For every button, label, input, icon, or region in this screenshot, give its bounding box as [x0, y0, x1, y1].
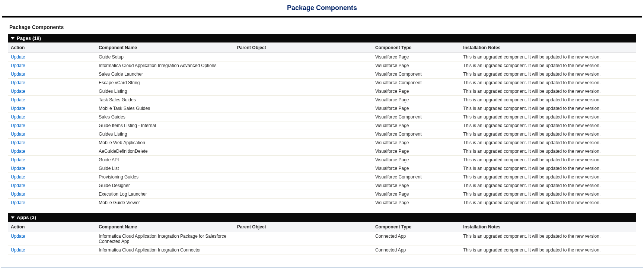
cell-component-name: Mobile Web Application: [96, 139, 234, 147]
update-link[interactable]: Update: [11, 247, 25, 253]
page-title: Package Components: [1, 1, 643, 16]
scroll-area[interactable]: Package Components Pages (18) Action Com…: [2, 16, 642, 267]
update-link[interactable]: Update: [11, 149, 25, 154]
update-link[interactable]: Update: [11, 114, 25, 120]
cell-install-notes: This is an upgraded component. It will b…: [460, 53, 636, 61]
table-row: UpdateExecution Log LauncherVisualforce …: [8, 190, 636, 199]
cell-install-notes: This is an upgraded component. It will b…: [460, 70, 636, 79]
update-link[interactable]: Update: [11, 54, 25, 60]
cell-install-notes: This is an upgraded component. It will b…: [460, 173, 636, 181]
update-link[interactable]: Update: [11, 140, 25, 145]
cell-component-type: Visualforce Page: [372, 53, 460, 61]
cell-action: Update: [8, 232, 96, 246]
cell-component-name: Task Sales Guides: [96, 96, 234, 104]
cell-component-type: Visualforce Page: [372, 96, 460, 104]
cell-action: Update: [8, 70, 96, 79]
update-link[interactable]: Update: [11, 234, 25, 239]
cell-component-name: Mobile Task Sales Guides: [96, 104, 234, 113]
cell-action: Update: [8, 199, 96, 207]
cell-parent-object: [234, 79, 372, 87]
cell-install-notes: This is an upgraded component. It will b…: [460, 79, 636, 87]
cell-component-type: Visualforce Page: [372, 87, 460, 96]
update-link[interactable]: Update: [11, 183, 25, 188]
update-link[interactable]: Update: [11, 123, 25, 128]
cell-install-notes: This is an upgraded component. It will b…: [460, 104, 636, 113]
cell-action: Update: [8, 96, 96, 104]
cell-install-notes: This is an upgraded component. It will b…: [460, 246, 636, 254]
update-link[interactable]: Update: [11, 106, 25, 111]
update-link[interactable]: Update: [11, 97, 25, 102]
cell-component-type: Visualforce Page: [372, 164, 460, 173]
cell-action: Update: [8, 164, 96, 173]
cell-action: Update: [8, 79, 96, 87]
update-link[interactable]: Update: [11, 63, 25, 68]
cell-component-type: Visualforce Page: [372, 199, 460, 207]
cell-component-name: Guide Designer: [96, 181, 234, 190]
cell-component-type: Visualforce Page: [372, 139, 460, 147]
cell-component-name: Provisioning Guides: [96, 173, 234, 181]
cell-component-name: Guides Listing: [96, 130, 234, 139]
cell-component-type: Visualforce Page: [372, 156, 460, 164]
update-link[interactable]: Update: [11, 200, 25, 205]
section-header-apps[interactable]: Apps (3): [8, 213, 636, 222]
cell-action: Update: [8, 87, 96, 96]
cell-component-type: Visualforce Page: [372, 190, 460, 199]
apps-table: Action Component Name Parent Object Comp…: [8, 222, 636, 254]
col-install-notes: Installation Notes: [460, 43, 636, 53]
panel-title: Package Components: [8, 22, 636, 34]
cell-install-notes: This is an upgraded component. It will b…: [460, 156, 636, 164]
cell-action: Update: [8, 181, 96, 190]
cell-install-notes: This is an upgraded component. It will b…: [460, 113, 636, 121]
col-parent-object: Parent Object: [234, 222, 372, 232]
cell-component-name: Escape vCard String: [96, 79, 234, 87]
cell-install-notes: This is an upgraded component. It will b…: [460, 130, 636, 139]
update-link[interactable]: Update: [11, 166, 25, 171]
cell-install-notes: This is an upgraded component. It will b…: [460, 121, 636, 130]
cell-parent-object: [234, 113, 372, 121]
caret-down-icon: [11, 216, 15, 219]
cell-parent-object: [234, 156, 372, 164]
cell-action: Update: [8, 61, 96, 70]
update-link[interactable]: Update: [11, 192, 25, 197]
table-row: UpdateGuides ListingVisualforce Componen…: [8, 130, 636, 139]
cell-install-notes: This is an upgraded component. It will b…: [460, 61, 636, 70]
table-row: UpdateGuide APIVisualforce PageThis is a…: [8, 156, 636, 164]
table-row: UpdateMobile Task Sales GuidesVisualforc…: [8, 104, 636, 113]
cell-component-type: Connected App: [372, 246, 460, 254]
cell-component-type: Visualforce Component: [372, 70, 460, 79]
cell-component-name: Guide API: [96, 156, 234, 164]
update-link[interactable]: Update: [11, 157, 25, 162]
cell-parent-object: [234, 139, 372, 147]
cell-action: Update: [8, 104, 96, 113]
cell-install-notes: This is an upgraded component. It will b…: [460, 164, 636, 173]
cell-install-notes: This is an upgraded component. It will b…: [460, 199, 636, 207]
cell-component-name: Mobile Guide Viewer: [96, 199, 234, 207]
cell-install-notes: This is an upgraded component. It will b…: [460, 190, 636, 199]
update-link[interactable]: Update: [11, 89, 25, 94]
cell-install-notes: This is an upgraded component. It will b…: [460, 139, 636, 147]
section-header-pages[interactable]: Pages (18): [8, 34, 636, 42]
cell-action: Update: [8, 156, 96, 164]
table-row: UpdateMobile Guide ViewerVisualforce Pag…: [8, 199, 636, 207]
cell-component-type: Connected App: [372, 232, 460, 246]
cell-parent-object: [234, 199, 372, 207]
update-link[interactable]: Update: [11, 132, 25, 137]
col-component-name: Component Name: [96, 222, 234, 232]
update-link[interactable]: Update: [11, 80, 25, 85]
table-row: UpdateMobile Web ApplicationVisualforce …: [8, 139, 636, 147]
cell-component-name: Informatica Cloud Application Integratio…: [96, 61, 234, 70]
section-title-pages: Pages (18): [17, 35, 41, 41]
cell-component-type: Visualforce Component: [372, 113, 460, 121]
table-row: UpdateProvisioning GuidesVisualforce Com…: [8, 173, 636, 181]
cell-action: Update: [8, 113, 96, 121]
table-header-row: Action Component Name Parent Object Comp…: [8, 43, 636, 53]
cell-component-name: Execution Log Launcher: [96, 190, 234, 199]
cell-parent-object: [234, 181, 372, 190]
cell-parent-object: [234, 147, 372, 156]
col-component-type: Component Type: [372, 43, 460, 53]
update-link[interactable]: Update: [11, 72, 25, 77]
update-link[interactable]: Update: [11, 174, 25, 180]
cell-install-notes: This is an upgraded component. It will b…: [460, 147, 636, 156]
cell-action: Update: [8, 147, 96, 156]
cell-component-type: Visualforce Page: [372, 104, 460, 113]
